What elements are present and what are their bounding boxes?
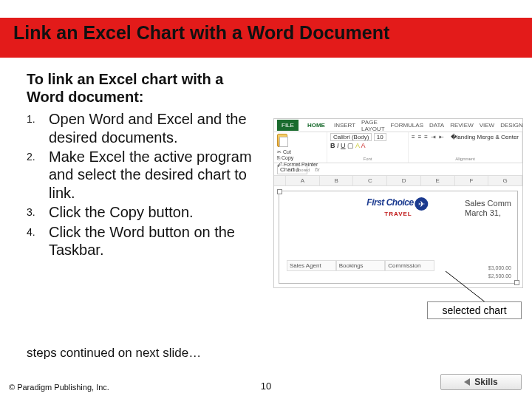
fx-label: fx: [315, 166, 319, 173]
content-block: To link an Excel chart with a Word docum…: [27, 71, 257, 259]
excel-screenshot: FILE HOME INSERT PAGE LAYOUT FORMULAS DA…: [273, 118, 523, 288]
tab-file: FILE: [277, 120, 299, 131]
tab-view: VIEW: [480, 122, 494, 129]
svg-line-0: [446, 271, 486, 303]
ribbon-toolbar: ✂ Cut ⎘ Copy 🖌 Format Painter Clipboard …: [274, 132, 522, 163]
name-box: Chart 1: [277, 165, 307, 174]
plane-icon: ✈: [415, 197, 429, 211]
step-2: 2.Make Excel the active program and sele…: [27, 148, 257, 202]
slide-title: Link an Excel Chart with a Word Document: [13, 22, 389, 44]
slide: Link an Excel Chart with a Word Document…: [0, 0, 532, 399]
copyright: © Paradigm Publishing, Inc.: [9, 383, 109, 392]
group-font: Calibri (Body) 10 B I U ▢ A A Font: [327, 132, 409, 163]
page-number: 10: [261, 381, 271, 392]
paste-icon: [277, 134, 287, 147]
group-clipboard: ✂ Cut ⎘ Copy 🖌 Format Painter Clipboard: [274, 132, 327, 163]
skills-button[interactable]: Skills: [440, 374, 522, 390]
tab-review: REVIEW: [450, 122, 474, 129]
step-1: 1.Open Word and Excel and the desired do…: [27, 110, 257, 146]
company-logo: First Choice✈ TRAVEL: [366, 197, 429, 217]
tab-page-layout: PAGE LAYOUT: [361, 119, 384, 132]
table-headers: Sales Agent Bookings Commission: [287, 260, 434, 271]
background-scene: [0, 281, 281, 399]
group-alignment: ≡≡≡⇥⇤ �landing Merge & Center Alignment: [409, 132, 522, 163]
callout-line: [442, 267, 494, 304]
tab-formulas: FORMULAS: [391, 122, 423, 129]
tab-design: DESIGN: [500, 122, 523, 129]
ribbon-tabs: FILE HOME INSERT PAGE LAYOUT FORMULAS DA…: [274, 119, 522, 132]
step-4: 4.Click the Word button on the Taskbar.: [27, 223, 257, 259]
intro-text: To link an Excel chart with a Word docum…: [27, 71, 257, 106]
tab-home: HOME: [304, 120, 328, 130]
tab-data: DATA: [429, 122, 444, 129]
chart-title: Sales Comm March 31,: [465, 199, 511, 218]
callout-label: selected chart: [427, 301, 522, 319]
back-arrow-icon: [464, 378, 470, 386]
column-headers: A B C D E F G: [274, 176, 522, 186]
tab-insert: INSERT: [334, 122, 355, 129]
continued-text: steps continued on next slide…: [27, 346, 201, 361]
steps-list: 1.Open Word and Excel and the desired do…: [27, 110, 257, 259]
skills-label: Skills: [474, 377, 497, 387]
step-3: 3.Click the Copy button.: [27, 203, 257, 221]
